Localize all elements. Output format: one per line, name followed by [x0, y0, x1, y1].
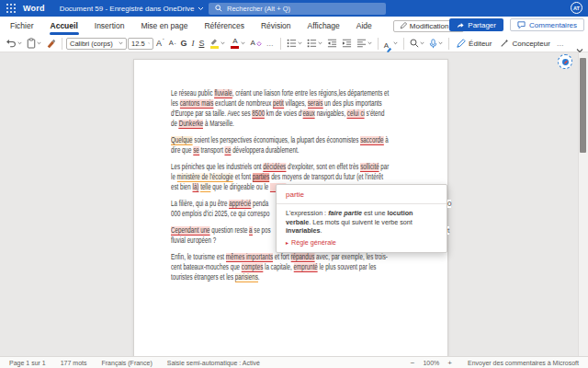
tab-révision[interactable]: Révision — [253, 17, 300, 35]
styles-button[interactable]: A — [382, 34, 400, 52]
app-name: Word — [23, 4, 45, 13]
paragraph[interactable]: Enfin, le tourisme est mêmes importants … — [171, 252, 447, 282]
marked-text[interactable]: répandus — [290, 253, 314, 262]
marked-text[interactable]: décidées — [263, 163, 286, 172]
paste-button[interactable] — [25, 37, 43, 50]
bold-button[interactable]: G — [178, 39, 188, 49]
chevron-down-icon — [318, 41, 322, 45]
avatar[interactable]: AT — [571, 2, 582, 14]
chevron-down-icon — [148, 41, 150, 45]
undo-button[interactable] — [4, 38, 24, 50]
marked-text[interactable]: Cependant une — [171, 226, 210, 236]
undo-icon — [6, 39, 17, 49]
explanation-text: L'expression : faire partie est une locu… — [277, 204, 447, 237]
menu-bar: FichierAccueilInsertionMise en pageRéfér… — [0, 17, 588, 35]
chevron-down-icon — [368, 41, 372, 45]
marked-text[interactable]: 8500 — [252, 109, 265, 119]
share-button[interactable]: Partager — [449, 18, 503, 31]
marked-text[interactable]: comptes — [242, 263, 264, 272]
tab-mise-en-page[interactable]: Mise en page — [132, 17, 196, 35]
tab-affichage[interactable]: Affichage — [300, 17, 348, 35]
search-input[interactable]: Rechercher (Alt + Q) — [209, 3, 386, 15]
ellipsis-icon: … — [557, 40, 565, 48]
microphone-icon — [429, 39, 437, 49]
tab-insertion[interactable]: Insertion — [86, 17, 133, 35]
clear-formatting-button[interactable]: A — [248, 39, 263, 48]
marked-text[interactable]: telle — [200, 183, 210, 192]
shrink-font-button[interactable]: A ˇ — [167, 39, 178, 48]
marked-text[interactable]: eaux — [302, 109, 315, 119]
tab-accueil[interactable]: Accueil — [42, 17, 86, 35]
chevron-down-icon — [198, 6, 204, 11]
suggestion-option[interactable]: partie — [277, 185, 447, 203]
designer-button[interactable]: Concepteur — [496, 38, 553, 49]
zoom-level[interactable]: 100% — [423, 360, 439, 366]
font-color-bar — [231, 46, 239, 49]
app-launcher-icon[interactable] — [6, 4, 16, 13]
scrollbar-thumb[interactable] — [580, 58, 586, 153]
chevron-down-icon — [420, 41, 424, 45]
dictate-button[interactable] — [427, 38, 445, 50]
editor-button[interactable]: Éditeur — [453, 38, 495, 49]
more-ribbon-button[interactable]: … — [555, 39, 567, 49]
marked-text[interactable]: parisiens — [235, 273, 258, 282]
numbered-list-icon — [307, 39, 317, 48]
marked-text[interactable]: petit — [273, 99, 284, 109]
marked-text[interactable]: mêmes importants — [226, 253, 273, 262]
grow-font-glyph: A — [156, 40, 162, 48]
word-count[interactable]: 177 mots — [61, 360, 87, 366]
vertical-scrollbar[interactable] — [578, 52, 588, 356]
marked-text[interactable]: Quelque — [171, 136, 193, 145]
marked-text[interactable]: apprécié — [229, 200, 251, 209]
marked-text[interactable]: fluviale — [214, 89, 232, 98]
zoom-in-button[interactable]: + — [447, 359, 452, 367]
marked-text[interactable]: sollicité — [360, 163, 379, 172]
tab-fichier[interactable]: Fichier — [2, 17, 42, 35]
decrease-indent-button[interactable] — [325, 38, 339, 49]
style-brush-icon — [386, 46, 392, 52]
feedback-link[interactable]: Envoyer des commentaires à Microsoft — [468, 360, 579, 366]
grow-font-button[interactable]: A ˆ — [154, 39, 166, 49]
find-button[interactable] — [408, 38, 426, 49]
highlight-color-bar — [210, 46, 219, 49]
marked-text[interactable]: celui ci — [347, 109, 365, 119]
tab-aide[interactable]: Aide — [348, 17, 380, 35]
font-color-button[interactable]: A — [228, 36, 247, 51]
overflow-text-fragment: 0 — [447, 200, 451, 208]
language-indicator[interactable]: Français (France) — [102, 360, 153, 366]
highlight-button[interactable] — [207, 36, 227, 51]
bullet-list-button[interactable] — [285, 38, 304, 49]
marked-text[interactable]: ministère de l'écologie — [177, 173, 233, 182]
paragraph[interactable]: Le réseau public fluviale, créant une li… — [171, 88, 447, 129]
title-bar: Word Document 59 - Enregistré dans OneDr… — [0, 0, 588, 17]
increase-indent-button[interactable] — [340, 38, 354, 49]
font-name-select[interactable]: Calibri (corps) — [66, 38, 127, 50]
marked-text[interactable]: emprunté — [294, 263, 318, 272]
font-name-value: Calibri (corps) — [70, 40, 113, 48]
font-size-select[interactable]: 12.5 — [128, 38, 153, 50]
marked-text[interactable]: invariables — [286, 226, 321, 235]
marked-text[interactable]: cantons mais — [180, 99, 214, 109]
alignment-button[interactable] — [355, 38, 374, 49]
marked-text[interactable]: saccorde — [360, 136, 383, 145]
autocomplete-status[interactable]: Saisie semi-automatique : Activé — [167, 360, 260, 366]
document-title[interactable]: Document 59 - Enregistré dans OneDrive — [60, 5, 205, 13]
tab-références[interactable]: Références — [196, 17, 252, 35]
more-font-options-button[interactable]: … — [265, 39, 277, 49]
rule-link[interactable]: ▸ Règle générale — [277, 237, 447, 252]
numbered-list-button[interactable] — [305, 38, 324, 49]
bullet-list-icon — [287, 39, 297, 48]
marked-text[interactable]: serais — [308, 99, 323, 109]
editor-score-badge[interactable] — [558, 54, 572, 69]
paragraph[interactable]: Quelque soient les perspectives économiq… — [171, 135, 447, 155]
format-painter-button[interactable] — [44, 38, 58, 50]
underline-button[interactable]: S — [197, 39, 206, 49]
bold-glyph: G — [180, 40, 187, 48]
page-indicator[interactable]: Page 1 sur 1 — [9, 360, 46, 366]
italic-button[interactable]: I — [189, 39, 196, 49]
zoom-out-button[interactable]: − — [411, 359, 415, 367]
marked-text[interactable]: parties — [253, 173, 270, 182]
marked-text[interactable]: Dunkerke — [179, 120, 204, 129]
comments-button[interactable]: Commentaires — [510, 18, 584, 31]
marked-text[interactable]: faire partie — [328, 209, 362, 217]
